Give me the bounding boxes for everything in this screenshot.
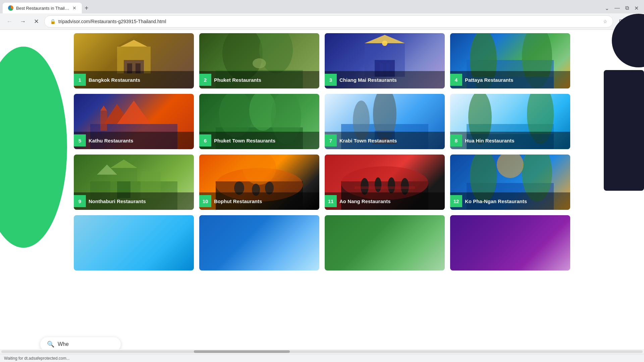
svg-rect-59 [355,186,415,189]
card-name-9: Nonthaburi Restaurants [89,198,146,204]
svg-rect-26 [100,111,107,131]
back-button[interactable]: ← [4,16,15,27]
card-number-7: 7 [325,134,337,146]
restaurant-card-4[interactable]: 4Pattaya Restaurants [450,33,570,88]
card-number-3: 3 [325,74,337,86]
card-number-8: 8 [450,134,462,146]
svg-marker-43 [110,160,137,168]
status-text: Waiting for dt.adsafeprotected.com... [4,356,70,361]
tab-bar: Best Restaurants in Thailand - T ✕ + ⌄ —… [0,0,644,13]
restaurant-card-3[interactable]: 3Chiang Mai Restaurants [325,33,445,88]
svg-point-9 [259,33,293,73]
search-icon: 🔍 [47,341,54,348]
svg-point-57 [388,177,395,193]
card-label-10: 10Bophut Restaurants [199,192,319,210]
restaurant-card-7[interactable]: 7Krabi Town Restaurants [325,94,445,149]
close-window-button[interactable]: ✕ [634,5,639,11]
svg-point-18 [382,41,387,46]
card-image-16 [450,215,570,270]
left-decoration [0,47,67,248]
card-name-8: Hua Hin Restaurants [465,138,515,143]
url-text: tripadvisor.com/Restaurants-g293915-Thai… [58,19,600,24]
browser-chrome: Best Restaurants in Thailand - T ✕ + ⌄ —… [0,0,644,30]
card-name-2: Phuket Restaurants [214,77,261,83]
restaurant-card-5[interactable]: 5Kathu Restaurants [74,94,194,149]
restaurant-card-16[interactable] [450,215,570,270]
card-label-7: 7Krabi Town Restaurants [325,132,445,149]
restaurant-card-6[interactable]: 6Phuket Town Restaurants [199,94,319,149]
restaurant-card-1[interactable]: 1Bangkok Restaurants [74,33,194,88]
restaurant-card-13[interactable] [74,215,194,270]
card-label-9: 9Nonthaburi Restaurants [74,192,194,210]
card-name-5: Kathu Restaurants [89,138,133,143]
right-deco-bar-front [604,70,644,191]
tab-title: Best Restaurants in Thailand - T [16,6,70,11]
card-number-10: 10 [199,195,211,207]
minimize-button[interactable]: — [614,5,620,11]
card-number-4: 4 [450,74,462,86]
bookmark-icon: ☆ [603,19,607,24]
restaurant-card-15[interactable] [325,215,445,270]
card-name-11: Ao Nang Restaurants [339,198,391,204]
card-number-6: 6 [199,134,211,146]
card-label-5: 5Kathu Restaurants [74,132,194,149]
tab-favicon [8,5,13,11]
card-number-11: 11 [325,195,337,207]
card-label-2: 2Phuket Restaurants [199,71,319,88]
card-name-7: Krabi Town Restaurants [339,138,397,143]
restaurant-card-2[interactable]: 2Phuket Restaurants [199,33,319,88]
page-content: 1Bangkok Restaurants 2Phuket Restaurants… [67,30,577,277]
restaurant-card-11[interactable]: 11Ao Nang Restaurants [325,155,445,210]
restaurant-card-8[interactable]: 8Hua Hin Restaurants [450,94,570,149]
card-label-1: 1Bangkok Restaurants [74,71,194,88]
card-image-14 [199,215,319,270]
card-number-2: 2 [199,74,211,86]
svg-point-63 [497,155,524,178]
right-decoration [577,30,644,362]
card-label-3: 3Chiang Mai Restaurants [325,71,445,88]
card-number-12: 12 [450,195,462,207]
card-image-13 [74,215,194,270]
svg-point-11 [253,58,266,68]
status-bar: Waiting for dt.adsafeprotected.com... [0,354,644,362]
card-label-11: 11Ao Nang Restaurants [325,192,445,210]
address-bar[interactable]: 🔒 tripadvisor.com/Restaurants-g293915-Th… [44,15,613,27]
card-name-12: Ko Pha-Ngan Restaurants [465,198,527,204]
tab-close-button[interactable]: ✕ [72,5,76,11]
card-name-3: Chiang Mai Restaurants [339,77,397,83]
active-tab[interactable]: Best Restaurants in Thailand - T ✕ [3,3,82,13]
reload-button[interactable]: ✕ [31,16,42,27]
restaurant-card-12[interactable]: 12Ko Pha-Ngan Restaurants [450,155,570,210]
lock-icon: 🔒 [50,19,56,24]
restaurant-card-14[interactable] [199,215,319,270]
card-label-4: 4Pattaya Restaurants [450,71,570,88]
card-label-8: 8Hua Hin Restaurants [450,132,570,149]
restaurant-grid: 1Bangkok Restaurants 2Phuket Restaurants… [74,33,570,270]
restaurant-card-9[interactable]: 9Nonthaburi Restaurants [74,155,194,210]
tab-list-button[interactable]: ⌄ [605,5,609,11]
tab-controls: ⌄ — ⧉ ✕ [605,5,641,11]
main-content-area: 1Bangkok Restaurants 2Phuket Restaurants… [0,30,644,362]
card-name-4: Pattaya Restaurants [465,77,513,83]
card-image-15 [325,215,445,270]
svg-point-56 [375,177,381,192]
address-bar-row: ← → ✕ 🔒 tripadvisor.com/Restaurants-g293… [0,13,644,29]
card-label-12: 12Ko Pha-Ngan Restaurants [450,192,570,210]
card-number-9: 9 [74,195,86,207]
card-number-1: 1 [74,74,86,86]
restaurant-card-10[interactable]: 10Bophut Restaurants [199,155,319,210]
card-name-6: Phuket Town Restaurants [214,138,275,143]
svg-marker-27 [100,106,107,111]
search-input[interactable]: Whe [58,341,69,347]
card-name-10: Bophut Restaurants [214,198,262,204]
card-name-1: Bangkok Restaurants [89,77,140,83]
card-number-5: 5 [74,134,86,146]
card-label-6: 6Phuket Town Restaurants [199,132,319,149]
new-tab-button[interactable]: + [82,3,91,13]
scrollbar-thumb[interactable] [194,350,290,353]
forward-button[interactable]: → [17,16,28,27]
scrollbar-track[interactable] [1,350,643,353]
horizontal-scrollbar[interactable] [0,349,644,354]
restore-button[interactable]: ⧉ [625,5,629,11]
